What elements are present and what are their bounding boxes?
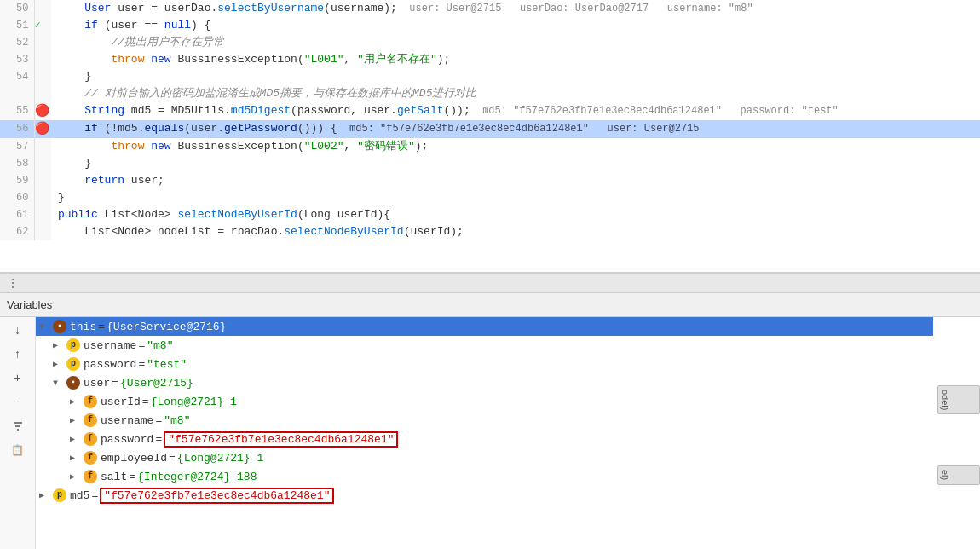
code-line-53: 53 throw new BussinessException("L001", …: [0, 51, 980, 68]
line-number: 54: [0, 68, 34, 85]
var-row-password-field[interactable]: ▶ f password = "f57e762e3fb7e1e3ec8ec4db…: [36, 430, 933, 448]
expand-icon: ▶: [70, 415, 84, 425]
gutter: [34, 0, 51, 17]
line-number: 59: [0, 172, 34, 189]
side-labels: odel) el): [937, 317, 980, 485]
code-text: }: [51, 189, 980, 206]
code-text: if (user == null) {: [51, 17, 980, 34]
gutter: [34, 68, 51, 85]
gutter: [34, 85, 51, 102]
code-line-52: 52 //抛出用户不存在异常: [0, 34, 980, 51]
expand-icon: ▶: [70, 453, 84, 463]
line-number: [0, 85, 34, 102]
code-line-51: 51 ✓ if (user == null) {: [0, 17, 980, 34]
var-row-salt[interactable]: ▶ f salt = {Integer@2724} 188: [36, 467, 933, 486]
filter-icon: [12, 420, 24, 432]
breakpoint-icon: 🔴: [35, 104, 49, 118]
line-number: 52: [0, 34, 34, 51]
var-row-user[interactable]: ▼ ▪ user = {User@2715}: [36, 373, 933, 392]
code-text: List<Node> nodeList = rbacDao.selectNode…: [51, 223, 980, 240]
type-badge-f: f: [84, 451, 97, 465]
line-number: 51: [0, 17, 34, 34]
side-label-el: el): [937, 465, 980, 484]
minus-button[interactable]: −: [6, 392, 30, 413]
gutter: ✓: [34, 17, 51, 34]
var-row-employeeid[interactable]: ▶ f employeeId = {Long@2721} 1: [36, 448, 933, 467]
code-line-62: 62 List<Node> nodeList = rbacDao.selectN…: [0, 223, 980, 240]
checkmark-icon: ✓: [35, 20, 41, 32]
expand-icon: ▶: [70, 471, 84, 482]
code-text: throw new BussinessException("L001", "用户…: [51, 51, 980, 68]
line-number: 62: [0, 223, 34, 240]
code-text: if (!md5.equals(user.getPassword())) { m…: [51, 120, 980, 138]
type-badge-f: f: [84, 470, 97, 483]
type-badge-obj: ▪: [66, 376, 80, 390]
line-number: 56: [0, 120, 34, 138]
gutter: [34, 155, 51, 172]
line-number: 53: [0, 51, 34, 68]
code-table: 50 User user = userDao.selectByUsername(…: [0, 0, 980, 240]
expand-icon: ▶: [70, 396, 84, 407]
var-row-username-field[interactable]: ▶ f username = "m8": [36, 411, 933, 430]
expand-icon: ▶: [39, 490, 53, 500]
line-number: 50: [0, 0, 34, 17]
variables-panel: Variables ↓ ↑ + − 📋 odel) el) ▼ ▪ this =…: [0, 293, 980, 549]
step-up-button[interactable]: ↑: [6, 344, 30, 365]
var-row-userid[interactable]: ▶ f userId = {Long@2721} 1: [36, 392, 933, 411]
type-badge-f: f: [84, 432, 97, 446]
panel-title: Variables: [7, 298, 52, 311]
expand-icon: ▼: [39, 322, 53, 332]
resize-icon[interactable]: ⋮: [7, 276, 19, 291]
gutter: 🔴: [34, 102, 51, 120]
type-badge-p: p: [53, 488, 66, 502]
filter-button[interactable]: [6, 416, 30, 436]
type-badge-f: f: [84, 413, 97, 427]
line-number: 57: [0, 138, 34, 155]
variables-content: ▼ ▪ this = {UserService@2716} ▶ p userna…: [36, 317, 933, 549]
code-text: throw new BussinessException("L002", "密码…: [51, 138, 980, 155]
code-line-50: 50 User user = userDao.selectByUsername(…: [0, 0, 980, 17]
panel-toolbar: ↓ ↑ + − 📋: [0, 317, 36, 549]
expand-icon: ▶: [53, 359, 66, 369]
line-number: 61: [0, 206, 34, 223]
code-text: public List<Node> selectNodeByUserId(Lon…: [51, 206, 980, 223]
code-line-57: 57 throw new BussinessException("L002", …: [0, 138, 980, 155]
code-text: }: [51, 155, 980, 172]
gutter: [34, 206, 51, 223]
step-down-button[interactable]: ↓: [6, 321, 30, 341]
type-badge-p: p: [66, 338, 80, 352]
panel-header: Variables: [0, 293, 980, 317]
code-line-58: 58 }: [0, 155, 980, 172]
expand-icon: ▶: [70, 434, 84, 444]
line-number: 58: [0, 155, 34, 172]
gutter: [34, 172, 51, 189]
line-number: 55: [0, 102, 34, 120]
gutter: [34, 223, 51, 240]
var-row-md5[interactable]: ▶ p md5 = "f57e762e3fb7e1e3ec8ec4db6a124…: [36, 486, 933, 505]
type-badge-f: f: [84, 395, 97, 408]
code-line-56: 56 🔴 if (!md5.equals(user.getPassword())…: [0, 120, 980, 138]
code-text: User user = userDao.selectByUsername(use…: [51, 0, 980, 17]
code-line-59: 59 return user;: [0, 172, 980, 189]
code-text: //抛出用户不存在异常: [51, 34, 980, 51]
gutter: [34, 34, 51, 51]
code-line-60: 60 }: [0, 189, 980, 206]
gutter: [34, 189, 51, 206]
editor-area: 50 User user = userDao.selectByUsername(…: [0, 0, 980, 273]
copy-button[interactable]: 📋: [6, 440, 30, 460]
add-button[interactable]: +: [6, 368, 30, 389]
var-row-this[interactable]: ▼ ▪ this = {UserService@2716}: [36, 317, 933, 336]
gutter: [34, 138, 51, 155]
code-text: }: [51, 68, 980, 85]
code-line-55: 55 🔴 String md5 = MD5Utils.md5Digest(pas…: [0, 102, 980, 120]
var-row-username[interactable]: ▶ p username = "m8": [36, 336, 933, 355]
code-text: return user;: [51, 172, 980, 189]
line-number: 60: [0, 189, 34, 206]
side-label-odel: odel): [937, 385, 980, 414]
var-row-password-outer[interactable]: ▶ p password = "test": [36, 355, 933, 373]
divider-bar: ⋮: [0, 273, 980, 293]
breakpoint-icon: 🔴: [35, 122, 49, 136]
expand-icon: ▼: [53, 379, 66, 388]
code-text: String md5 = MD5Utils.md5Digest(password…: [51, 102, 980, 120]
code-line-54: 54 }: [0, 68, 980, 85]
